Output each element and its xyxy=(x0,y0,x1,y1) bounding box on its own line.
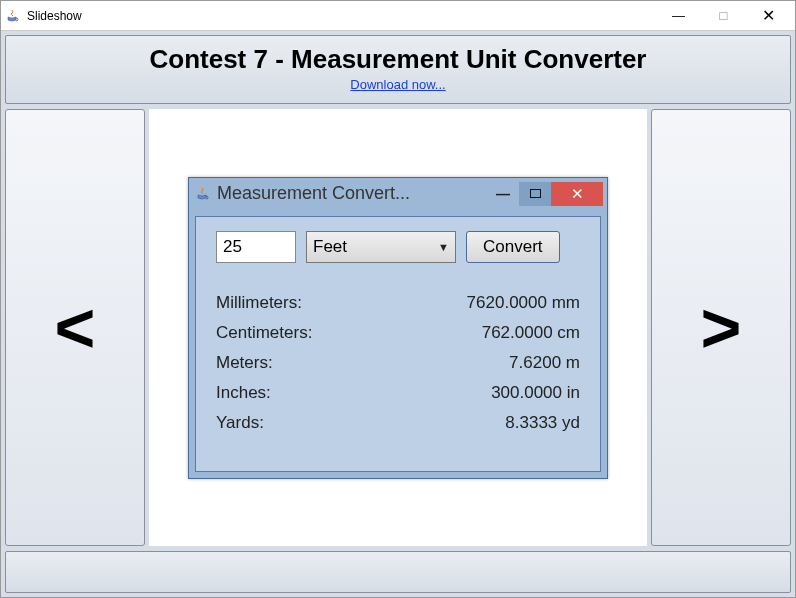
result-row: Yards: 8.3333 yd xyxy=(216,413,580,433)
java-icon xyxy=(195,186,211,202)
inner-titlebar: Measurement Convert... — ✕ xyxy=(189,178,607,210)
outer-window: Slideshow — □ ✕ Contest 7 - Measurement … xyxy=(0,0,796,598)
convert-button[interactable]: Convert xyxy=(466,231,560,263)
result-label: Meters: xyxy=(216,353,273,373)
result-label: Millimeters: xyxy=(216,293,302,313)
result-row: Millimeters: 7620.0000 mm xyxy=(216,293,580,313)
controls-row: Feet ▼ Convert xyxy=(216,231,580,263)
result-label: Yards: xyxy=(216,413,264,433)
chevron-down-icon: ▼ xyxy=(438,241,449,253)
slide-title: Contest 7 - Measurement Unit Converter xyxy=(6,44,790,75)
app-body: Contest 7 - Measurement Unit Converter D… xyxy=(1,31,795,597)
value-input[interactable] xyxy=(216,231,296,263)
close-button[interactable]: ✕ xyxy=(746,2,791,30)
inner-window-title: Measurement Convert... xyxy=(217,183,410,204)
result-row: Centimeters: 762.0000 cm xyxy=(216,323,580,343)
inner-minimize-button[interactable]: — xyxy=(487,182,519,206)
results-list: Millimeters: 7620.0000 mm Centimeters: 7… xyxy=(216,293,580,433)
result-value: 300.0000 in xyxy=(491,383,580,403)
slide-row: < Measurement Convert... — xyxy=(5,109,791,546)
result-value: 7620.0000 mm xyxy=(467,293,580,313)
unit-select[interactable]: Feet ▼ xyxy=(306,231,456,263)
prev-button[interactable]: < xyxy=(5,109,145,546)
inner-maximize-button[interactable] xyxy=(519,182,551,206)
result-row: Meters: 7.6200 m xyxy=(216,353,580,373)
result-value: 7.6200 m xyxy=(509,353,580,373)
unit-selected-label: Feet xyxy=(313,237,347,257)
inner-content: Feet ▼ Convert Millimeters: 7620.0000 mm xyxy=(195,216,601,472)
result-label: Inches: xyxy=(216,383,271,403)
outer-titlebar: Slideshow — □ ✕ xyxy=(1,1,795,31)
result-label: Centimeters: xyxy=(216,323,312,343)
slide-area: Measurement Convert... — ✕ Feet xyxy=(149,109,647,546)
result-row: Inches: 300.0000 in xyxy=(216,383,580,403)
header-panel: Contest 7 - Measurement Unit Converter D… xyxy=(5,35,791,104)
next-button[interactable]: > xyxy=(651,109,791,546)
outer-window-title: Slideshow xyxy=(27,9,82,23)
result-value: 8.3333 yd xyxy=(505,413,580,433)
maximize-icon xyxy=(530,189,541,198)
minimize-button[interactable]: — xyxy=(656,2,701,30)
inner-window: Measurement Convert... — ✕ Feet xyxy=(188,177,608,479)
inner-close-button[interactable]: ✕ xyxy=(551,182,603,206)
footer-panel xyxy=(5,551,791,593)
java-icon xyxy=(5,8,21,24)
download-link[interactable]: Download now... xyxy=(350,77,445,92)
result-value: 762.0000 cm xyxy=(482,323,580,343)
maximize-button[interactable]: □ xyxy=(701,2,746,30)
